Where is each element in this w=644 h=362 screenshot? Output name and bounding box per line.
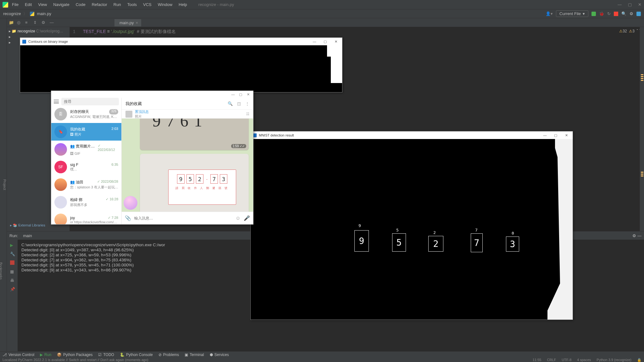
menu-run[interactable]: Run [111, 1, 124, 8]
inspection-widget[interactable]: ⚠32 ⚠3 ˆ ˅ [619, 29, 641, 33]
layout-icon[interactable]: ▦ [10, 269, 14, 274]
debug-icon[interactable]: 🐞 [599, 11, 604, 16]
tool-services[interactable]: ⬢ Services [210, 353, 229, 357]
maximize-icon[interactable]: ▢ [321, 40, 330, 44]
tool-todo[interactable]: ☑ TODO [98, 353, 114, 357]
hide-icon[interactable]: — [50, 20, 55, 25]
chat-item[interactable]: joy✓ 7:28 or https://stackoverflow.com/q… [51, 211, 121, 224]
tool-pypackages[interactable]: 📦 Python Packages [57, 353, 92, 357]
chat-item[interactable]: 柏緯 鄧✓ 16:28 那我應不多 [51, 193, 121, 211]
chat-item-saved[interactable]: 🔖 我的收藏2:03 🖼 照片 [51, 123, 121, 141]
os-minimize-icon[interactable]: — [618, 2, 622, 7]
menu-window[interactable]: Window [155, 1, 175, 8]
pin-list-icon[interactable]: ☷ [246, 112, 249, 116]
rerun-icon[interactable]: ▶ [10, 243, 14, 247]
minimize-icon[interactable]: — [310, 40, 319, 43]
project-view-icon[interactable]: 📁 [9, 20, 14, 25]
gear-icon[interactable]: ⚙ — [632, 233, 641, 238]
tool-run[interactable]: ▶ Run [40, 353, 51, 357]
status-indent[interactable]: 4 spaces [577, 358, 591, 362]
chat-item-archive[interactable]: 🗄 封存的聊天326 ACGNNSFW, 電獺王阿達, K… [51, 105, 121, 123]
menu-vcs[interactable]: VCS [141, 1, 154, 8]
cv-icon: 🟦 [22, 40, 26, 44]
gear-icon[interactable]: ⚙ [42, 20, 47, 25]
stop-icon[interactable] [10, 260, 14, 265]
close-tab-icon[interactable]: × [136, 20, 138, 25]
chat-search-input[interactable] [61, 98, 119, 105]
project-root[interactable]: ▸ 📁 recognize C:\works\prog… [7, 28, 69, 34]
message-photo[interactable]: 9 5 2 - 7 3 請 寫 收 件 人 郵 遞 區 號 [140, 154, 249, 212]
menu-help[interactable]: Help [176, 1, 190, 8]
minimize-icon[interactable]: — [229, 92, 237, 96]
tool-pyconsole[interactable]: 🐍 Python Console [120, 353, 153, 357]
tool-problems[interactable]: ⊘ Problems [158, 353, 179, 357]
tool-vcs[interactable]: ⎇ Version Control [3, 353, 34, 357]
avatar [124, 196, 137, 210]
pinned-message[interactable]: 置頂訊息 照片 ☷ [122, 110, 253, 119]
external-libraries[interactable]: ▸ 📚 External Libraries [10, 223, 45, 227]
status-crlf[interactable]: CRLF [547, 358, 556, 362]
editor-tab-main[interactable]: main.py × [114, 19, 141, 26]
menu-file[interactable]: File [9, 1, 21, 8]
tip-text[interactable]: Localized PyCharm 2022.2.1 is available … [3, 358, 148, 362]
chat-item[interactable]: 👥 實用圖片暫存✓ 2022/03/12 🖼 GIF [51, 141, 121, 158]
search-icon[interactable]: 🔍 [621, 11, 626, 16]
kebab-icon[interactable]: ⋮ [245, 101, 249, 106]
message-area[interactable]: 9761 1:59 ✓✓ 9 5 2 - 7 3 請 寫 收 件 人 郵 遞 [122, 119, 253, 212]
mic-icon[interactable]: 🎤 [244, 215, 250, 221]
status-interpreter[interactable]: Python 3.9 (recognize) [597, 358, 631, 362]
chat-item[interactable]: SF sig F6:35 嘿… [51, 158, 121, 176]
close-icon[interactable]: ✕ [331, 40, 340, 44]
message-photo[interactable]: 9761 1:59 ✓✓ [140, 119, 249, 150]
messenger-window[interactable]: — ▢ ✕ 🗄 封存的聊天326 ACGNNSFW, 電獺王阿達, K… 🔖 我… [51, 91, 253, 225]
zip-cell: 7 [210, 174, 218, 184]
menu-icon[interactable] [54, 100, 59, 103]
cv-contours-window[interactable]: 🟦 Contours on binary image — ▢ ✕ [20, 37, 342, 92]
os-close-icon[interactable]: ✕ [638, 2, 641, 7]
pin-icon[interactable]: 📌 [10, 287, 14, 291]
bookmarks-stripe[interactable]: Bookmarks [0, 194, 3, 348]
os-maximize-icon[interactable]: ▢ [628, 2, 632, 7]
message-input[interactable] [134, 216, 232, 220]
project-stripe[interactable]: Project [3, 22, 7, 348]
cv-title: Contours on binary image [28, 40, 68, 43]
menu-refactor[interactable]: Refactor [89, 1, 110, 8]
stop-icon[interactable] [614, 12, 618, 16]
breadcrumb-project[interactable]: recognize [3, 11, 21, 16]
code-with-me-icon[interactable] [636, 12, 641, 16]
print-icon[interactable]: 🖶 [10, 278, 14, 282]
run-config-selector[interactable]: Current File▾ [556, 10, 588, 17]
breadcrumb-file[interactable]: main.py [37, 11, 51, 16]
search-icon[interactable]: 🔍 [228, 101, 233, 106]
sidebar-icon[interactable]: ◫ [237, 101, 241, 106]
minimize-icon[interactable]: — [541, 133, 549, 137]
code-editor[interactable]: 1TEST_FILE = './output.jpg' # 要測試的影像檔名 [70, 27, 644, 36]
maximize-icon[interactable]: ▢ [237, 92, 244, 97]
run-icon[interactable] [591, 12, 596, 16]
chat-item[interactable]: 👥 油田✓ 2022/08/28 您：splatoon 3 有人要一起玩… [51, 176, 121, 193]
attach-icon[interactable]: 📎 [125, 215, 131, 221]
menu-navigate[interactable]: Navigate [51, 1, 72, 8]
lock-icon[interactable]: 🔒 [637, 358, 641, 362]
tool-terminal[interactable]: ▣ Terminal [185, 353, 204, 357]
cv-mnist-window[interactable]: 🟦 MNIST detection result — ▢ ✕ 9 9 5 5 2… [250, 131, 573, 320]
cv-title: MNIST detection result [259, 133, 294, 137]
run-config-name: main [23, 233, 32, 238]
emoji-icon[interactable]: ☺ [236, 215, 241, 221]
close-icon[interactable]: ✕ [562, 133, 571, 137]
rerun-icon[interactable]: ↻ [607, 11, 611, 16]
menu-edit[interactable]: Edit [22, 1, 34, 8]
det-label: 7 [475, 228, 478, 232]
status-encoding[interactable]: UTF-8 [562, 358, 571, 362]
menu-view[interactable]: View [36, 1, 49, 8]
expand-icon[interactable]: ≡ [25, 20, 30, 25]
menu-code[interactable]: Code [73, 1, 88, 8]
collapse-icon[interactable]: ⇕ [33, 20, 38, 25]
locate-icon[interactable]: ◎ [17, 20, 22, 25]
wrench-icon[interactable]: 🔧 [10, 252, 14, 256]
maximize-icon[interactable]: ▢ [551, 133, 560, 137]
add-user-icon[interactable]: 👤▾ [546, 11, 553, 16]
menu-tools[interactable]: Tools [125, 1, 139, 8]
close-icon[interactable]: ✕ [244, 92, 252, 97]
settings-icon[interactable]: ⚙ [630, 11, 633, 16]
